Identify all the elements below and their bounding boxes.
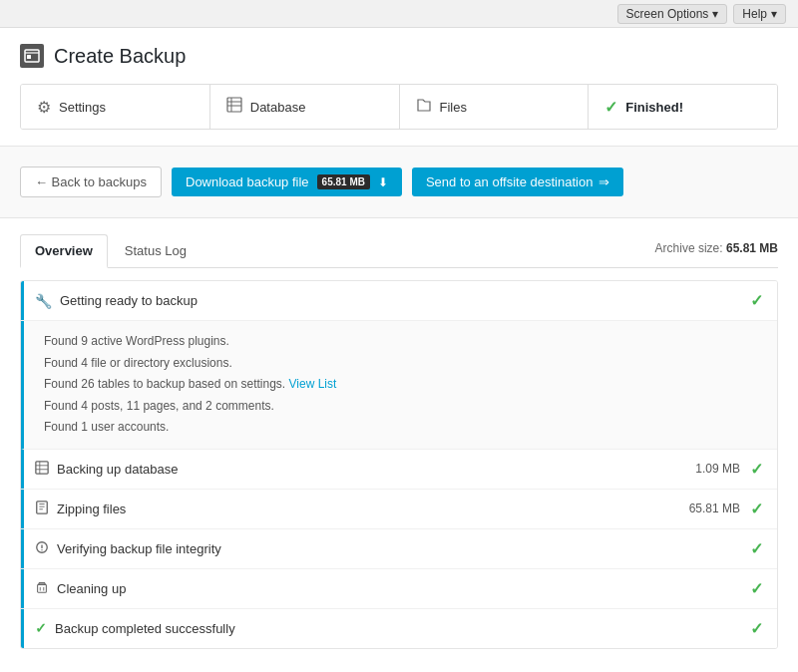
finished-icon: ✓ xyxy=(604,98,617,117)
svg-rect-17 xyxy=(38,584,47,592)
database-backup-size: 1.09 MB xyxy=(695,462,740,476)
svg-rect-1 xyxy=(27,55,31,59)
step-files-label: Files xyxy=(440,100,467,115)
detail-line-4: Found 4 posts, 11 pages, and 2 comments. xyxy=(44,396,763,418)
back-label: ← Back to backups xyxy=(35,174,147,189)
step-database[interactable]: Database xyxy=(210,85,400,129)
help-label: Help xyxy=(742,7,767,21)
step-settings-label: Settings xyxy=(59,100,106,115)
settings-icon: ⚙ xyxy=(37,98,51,117)
getting-ready-icon: 🔧 xyxy=(35,293,52,309)
tabs-left: Overview Status Log xyxy=(20,234,203,267)
files-icon xyxy=(416,97,432,117)
archive-size: Archive size: 65.81 MB xyxy=(655,241,778,261)
step-finished[interactable]: ✓ Finished! xyxy=(589,85,777,129)
zipping-title: Zipping files xyxy=(57,502,126,516)
completed-title: Backup completed successfully xyxy=(55,621,235,636)
log-item-cleaning: Cleaning up ✓ xyxy=(21,569,777,609)
main-content: Overview Status Log Archive size: 65.81 … xyxy=(0,234,798,669)
log-item-zipping: Zipping files 65.81 MB ✓ xyxy=(21,490,777,529)
cleaning-title: Cleaning up xyxy=(57,581,126,596)
page-title: Create Backup xyxy=(54,45,186,68)
download-icon: ⬇ xyxy=(378,175,388,189)
log-item-verifying: Verifying backup file integrity ✓ xyxy=(21,529,777,569)
offsite-icon: ⇒ xyxy=(598,174,609,189)
screen-options-button[interactable]: Screen Options ▾ xyxy=(617,4,728,24)
steps-bar: ⚙ Settings Database Files ✓ xyxy=(20,84,778,130)
verifying-icon xyxy=(35,540,49,557)
getting-ready-title: Getting ready to backup xyxy=(60,293,198,308)
archive-size-value: 65.81 MB xyxy=(726,241,778,255)
detail-line-1: Found 9 active WordPress plugins. xyxy=(44,331,763,353)
detail-line-3: Found 26 tables to backup based on setti… xyxy=(44,374,763,396)
verifying-check: ✓ xyxy=(750,539,763,558)
svg-point-16 xyxy=(41,549,42,550)
cleaning-check: ✓ xyxy=(750,579,763,598)
verifying-title: Verifying backup file integrity xyxy=(57,541,221,556)
actions-row: ← Back to backups Download backup file 6… xyxy=(0,146,798,218)
completed-check: ✓ xyxy=(750,619,763,638)
log-item-getting-ready: 🔧 Getting ready to backup ✓ xyxy=(21,281,777,321)
step-database-label: Database xyxy=(250,100,306,115)
help-button[interactable]: Help ▾ xyxy=(733,4,786,24)
svg-rect-2 xyxy=(227,98,241,112)
top-bar: Screen Options ▾ Help ▾ xyxy=(0,0,798,28)
log-item-database: Backing up database 1.09 MB ✓ xyxy=(21,450,777,490)
tab-overview[interactable]: Overview xyxy=(20,234,108,268)
svg-rect-10 xyxy=(37,502,48,513)
download-backup-button[interactable]: Download backup file 65.81 MB ⬇ xyxy=(172,168,402,196)
getting-ready-check: ✓ xyxy=(750,291,763,310)
detail-line-5: Found 1 user accounts. xyxy=(44,417,763,439)
database-backup-title: Backing up database xyxy=(57,462,178,477)
download-label: Download backup file xyxy=(186,174,309,189)
zipping-check: ✓ xyxy=(750,500,763,518)
database-backup-icon xyxy=(35,461,49,478)
cleaning-icon xyxy=(35,580,49,597)
screen-options-label: Screen Options xyxy=(626,7,709,21)
screen-options-chevron: ▾ xyxy=(712,7,718,21)
log-section: 🔧 Getting ready to backup ✓ Found 9 acti… xyxy=(20,280,778,649)
page-wrapper: Create Backup ⚙ Settings Database xyxy=(0,28,798,672)
step-finished-label: Finished! xyxy=(625,100,683,115)
detail-line-2: Found 4 file or directory exclusions. xyxy=(44,353,763,375)
completed-icon: ✓ xyxy=(35,620,47,636)
log-item-completed: ✓ Backup completed successfully ✓ xyxy=(21,609,777,648)
download-size-badge: 65.81 MB xyxy=(317,174,370,189)
help-chevron: ▾ xyxy=(771,7,777,21)
log-details-getting-ready: Found 9 active WordPress plugins. Found … xyxy=(21,321,777,450)
zipping-size: 65.81 MB xyxy=(689,502,740,515)
view-list-link[interactable]: View List xyxy=(289,377,337,391)
database-backup-check: ✓ xyxy=(750,460,763,479)
back-to-backups-button[interactable]: ← Back to backups xyxy=(20,167,162,197)
offsite-label: Send to an offsite destination xyxy=(426,174,593,189)
page-header: Create Backup xyxy=(0,28,798,68)
page-header-icon xyxy=(20,44,44,68)
database-icon xyxy=(226,97,242,117)
tab-status-log[interactable]: Status Log xyxy=(110,234,201,267)
step-settings[interactable]: ⚙ Settings xyxy=(21,85,210,129)
tabs-row: Overview Status Log Archive size: 65.81 … xyxy=(20,234,778,268)
step-files[interactable]: Files xyxy=(400,85,590,129)
offsite-destination-button[interactable]: Send to an offsite destination ⇒ xyxy=(412,168,623,196)
zipping-icon xyxy=(35,501,49,517)
svg-rect-6 xyxy=(36,462,48,474)
